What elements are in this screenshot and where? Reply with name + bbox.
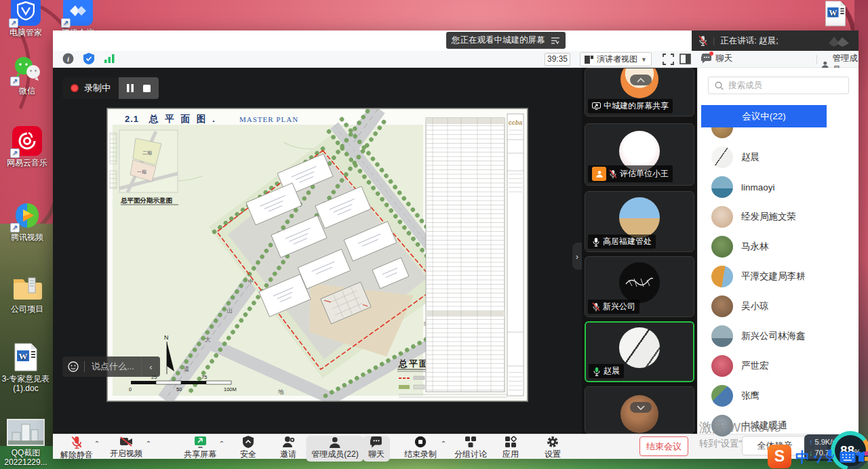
- desktop-icon-pc-manager[interactable]: ↗ 电脑管家: [1, 0, 50, 37]
- end-record-button[interactable]: 结束录制: [404, 436, 437, 460]
- chat-input-placeholder[interactable]: 说点什么...: [84, 361, 141, 372]
- view-mode-dropdown[interactable]: 演讲者视图 ▼: [580, 52, 652, 66]
- avatar: [711, 295, 733, 317]
- apps-button[interactable]: 应用: [502, 436, 519, 460]
- svg-text:W: W: [829, 8, 837, 18]
- icon-label: 电脑管家: [1, 28, 50, 37]
- collapse-arrow-glyph: ›: [576, 251, 578, 262]
- security-shield-icon: [243, 436, 254, 448]
- input-method-indicator[interactable]: 中: [795, 448, 810, 467]
- unmute-options-chevron[interactable]: ⌃: [94, 440, 100, 447]
- desktop-icon-netease-music[interactable]: ↗ 网易云音乐: [3, 126, 52, 167]
- thumbnails-collapse-handle[interactable]: ›: [572, 243, 582, 270]
- chat-button[interactable]: 聊天: [363, 436, 390, 462]
- toolbar-label: 结束录制: [404, 449, 437, 460]
- toolbar-label: 管理成员(22): [311, 449, 358, 460]
- network-signal-icon[interactable]: [104, 54, 115, 64]
- pen-tool-icon[interactable]: [813, 454, 822, 464]
- stop-record-icon: [414, 436, 427, 448]
- folder-icon: [12, 272, 42, 302]
- record-options-chevron[interactable]: ⌃: [441, 440, 446, 447]
- emoji-icon[interactable]: [68, 361, 79, 372]
- manage-members-button[interactable]: 管理成员(22): [306, 436, 363, 462]
- thumbnails-scroll-down[interactable]: [630, 402, 652, 413]
- tencent-video-icon: ↗: [12, 201, 42, 230]
- word-doc-icon: W: [821, 0, 850, 28]
- share-options-chevron[interactable]: ⌃: [219, 440, 224, 447]
- toolbar-label: 分组讨论: [454, 449, 487, 460]
- svg-text:50: 50: [176, 386, 182, 392]
- security-button[interactable]: 安全: [240, 436, 256, 460]
- pc-manager-icon: ↗: [11, 0, 41, 26]
- member-name: linmaoyi: [741, 182, 775, 192]
- performance-gauge-widget[interactable]: 88%: [831, 431, 868, 469]
- thumbnail-label: 新兴公司: [588, 300, 639, 314]
- member-row[interactable]: 赵晨: [711, 146, 854, 168]
- member-row[interactable]: 吴小琼: [711, 295, 854, 317]
- banner-menu-icon[interactable]: [551, 37, 560, 45]
- sidebar-toggle-icon[interactable]: [679, 54, 691, 64]
- members-panel: 搜索成员 会议中(22) 赵晨 linmaoyi 经发局施文荣 马永林 平潭交建…: [697, 68, 859, 459]
- thumbnail-label: 高居福建管处: [588, 234, 656, 249]
- toolbar-label: 安全: [240, 449, 256, 460]
- sheet-number: 2.1: [125, 114, 139, 124]
- thumbnail-participant[interactable]: 新兴公司: [585, 256, 694, 317]
- thumbnail-name: 新兴公司: [603, 301, 635, 312]
- settings-button[interactable]: 设置: [545, 436, 561, 460]
- meeting-timer: 39:35: [545, 53, 570, 66]
- chat-quick-input[interactable]: 说点什么... ‹: [62, 356, 160, 377]
- camera-off-icon: [119, 436, 133, 447]
- fullscreen-icon[interactable]: [663, 54, 674, 65]
- thumbnail-participant[interactable]: 高居福建管处: [585, 191, 694, 252]
- tab-chat[interactable]: 聊天: [701, 53, 732, 64]
- thumbnail-active-speaker[interactable]: 赵晨: [585, 321, 694, 382]
- thumbnail-name: 赵晨: [604, 365, 620, 377]
- master-plan-drawing: 2.1 总 平 面 图 . MASTER PLAN 二期 一期 总平面分期示意图: [107, 108, 528, 401]
- member-row[interactable]: 平潭交建局李耕: [711, 266, 854, 287]
- pause-recording-icon[interactable]: [127, 84, 134, 92]
- member-row[interactable]: 马永林: [711, 236, 854, 258]
- breakout-rooms-button[interactable]: 分组讨论: [454, 436, 487, 460]
- sogou-input-icon[interactable]: S: [768, 445, 791, 468]
- member-row[interactable]: linmaoyi: [711, 176, 854, 198]
- icon-label: 微信: [3, 86, 52, 96]
- member-row[interactable]: 经发局施文荣: [711, 206, 854, 228]
- member-row[interactable]: 新兴公司林海鑫: [711, 325, 854, 347]
- desktop-icon-company-folder[interactable]: 公司项目: [3, 272, 52, 314]
- shield-check-icon[interactable]: [83, 53, 94, 64]
- svg-text:75: 75: [201, 374, 207, 380]
- toolbar-label: 设置: [545, 449, 561, 460]
- svg-text:0: 0: [129, 386, 132, 392]
- end-meeting-button[interactable]: 结束会议: [639, 436, 688, 456]
- svg-text:山: 山: [226, 307, 233, 314]
- video-options-chevron[interactable]: ⌃: [146, 440, 151, 447]
- search-members-input[interactable]: 搜索成员: [708, 77, 849, 94]
- thumbnail-name: 中城建的屏幕共享: [604, 100, 669, 112]
- desktop-icon-tencent-video[interactable]: ↗ 腾讯视频: [3, 201, 52, 242]
- title-block: [507, 114, 524, 396]
- start-video-button[interactable]: 开启视频: [110, 436, 142, 460]
- stop-recording-icon[interactable]: [143, 85, 151, 92]
- speaking-indicator-bar: | 正在讲话: 赵晨;: [692, 30, 859, 51]
- recording-label: 录制中: [84, 82, 111, 94]
- share-screen-button[interactable]: 共享屏幕: [184, 436, 216, 460]
- thumbnails-scroll-up[interactable]: [630, 75, 652, 85]
- tray-mic-icon[interactable]: [825, 448, 835, 464]
- tencent-meeting-icon: ↗: [63, 0, 93, 26]
- avatar: [711, 176, 733, 198]
- member-row[interactable]: 严世宏: [711, 355, 854, 377]
- section-in-meeting[interactable]: 会议中(22): [701, 105, 827, 127]
- toolbar-label: 共享屏幕: [184, 449, 216, 460]
- invite-button[interactable]: 邀请: [280, 436, 296, 460]
- info-icon[interactable]: i: [62, 53, 74, 64]
- thumbnail-label: 赵晨: [589, 364, 624, 378]
- thumbnail-participant[interactable]: 评估单位小王: [585, 123, 694, 186]
- tray-grid-icon[interactable]: [865, 451, 868, 462]
- desktop-icon-expert-doc[interactable]: W 3-专家意见表(1).doc: [1, 342, 50, 393]
- member-row[interactable]: 张鹰: [711, 385, 854, 407]
- desktop-icon-wechat[interactable]: ↗ 微信: [3, 54, 52, 96]
- tray-keyboard-icon[interactable]: [840, 451, 856, 463]
- desktop-icon-qq-screenshot[interactable]: QQ截图20221229...: [1, 419, 50, 467]
- collapse-chat-icon[interactable]: ‹: [141, 356, 160, 377]
- unmute-button[interactable]: 解除静音: [60, 436, 93, 461]
